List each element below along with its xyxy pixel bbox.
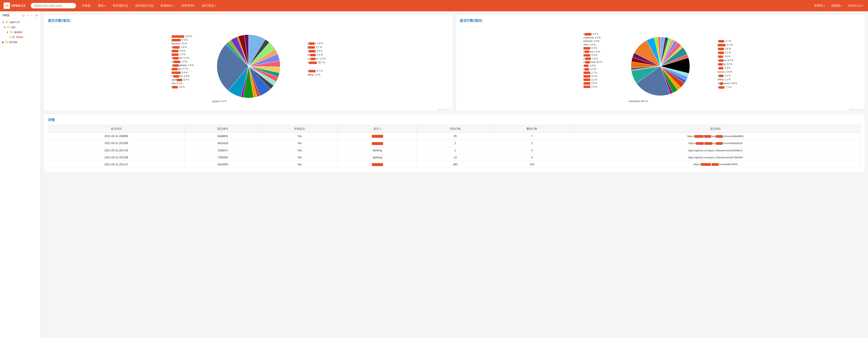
table-row: 2021-05-31.204956 dbd8891 Yes 35 7 https… [48, 133, 861, 140]
cell-valid: Yes [261, 140, 338, 147]
cell-valid: Yes [261, 161, 338, 168]
col-header-time: 提交时间 [48, 125, 185, 133]
pie1-label-bottom: guyuyu: 6.3 % [212, 100, 227, 102]
remove-node-icon[interactable]: − [31, 13, 33, 18]
chevron-down-icon-3: ▾ [194, 4, 195, 7]
nav-cicd[interactable]: 流水线[CI/CD] [134, 3, 155, 9]
sidebar: TREE ⊙ + − ↺ ▼ 📁 open-c3 ▼ 📁 ops ▼ 📁 ops… [0, 11, 41, 338]
header-right: 管理员 ▾ 选择器 ▾ OPEN-C3 ▾ [813, 3, 864, 9]
cell-added: 285 [417, 161, 494, 168]
cell-author: lijinfeng [338, 154, 417, 161]
app-title: OPEN-C3 [11, 4, 25, 7]
pie-chart-1 [215, 32, 282, 100]
chevron-selector-icon: ▾ [841, 4, 842, 7]
pie1-labels-left: : 12.6 % : 0.3 % keystore: 4.6 % b: 2.9 … [172, 35, 194, 89]
folder-icon-private: 📁 [5, 40, 8, 44]
tree-node-label-private: private [9, 40, 18, 44]
search-input[interactable] [31, 3, 76, 8]
chevron-down-icon-4: ▾ [215, 4, 216, 7]
tree-node-label-c3demo: c3_demo [11, 35, 23, 39]
cell-author [338, 161, 417, 168]
nav-business[interactable]: 业务管理 ▾ [180, 3, 196, 9]
col-header-url: 提交地址 [570, 125, 861, 133]
sidebar-toolbar: TREE ⊙ + − ↺ [0, 11, 40, 20]
highcharts-credit-2: Highcharts.com [849, 109, 863, 111]
cell-added: 12 [417, 154, 494, 161]
chart-commits-count: 提交次数(项目) : 12.6 % : 0.3 % keystore: 4.6 … [44, 15, 453, 111]
chevron-down-icon-2: ▾ [173, 4, 174, 7]
cell-author: lijinfeng [338, 147, 417, 154]
cell-url: https:////super/commit/dbd8891 [570, 133, 861, 140]
file-icon-c3demo: ≡ [9, 35, 11, 39]
chart1-title: 提交次数(项目) [48, 19, 449, 23]
nav-history[interactable]: 执行历史 ▾ [201, 3, 217, 9]
cell-valid: Yes [261, 133, 338, 140]
pie2-label-bottom: monreview: 20.9 % [629, 100, 648, 102]
refresh-icon[interactable]: ↺ [35, 13, 38, 18]
logo-icon: C3 [4, 2, 10, 9]
author-redacted-2 [372, 142, 383, 145]
expand-icon-private: ▶ [2, 41, 4, 43]
cell-added: 1 [417, 147, 494, 154]
cell-deleted: 2 [494, 140, 570, 147]
cell-id: 7356304 [185, 154, 261, 161]
nav-co[interactable]: 轻应用[CO] [112, 3, 129, 9]
table-row: 2021-05-31.201959 8420a29 Yes 2 2 https:… [48, 140, 861, 147]
author-redacted [372, 135, 383, 138]
chevron-admin-icon: ▾ [824, 4, 825, 7]
cell-url: https://github.com/open-c3/book/commit/7… [570, 154, 861, 161]
collapse-icon-opsdev: ▼ [6, 31, 9, 33]
chevron-down-icon: ▾ [104, 4, 105, 7]
col-header-deleted: 删除行数 [494, 125, 570, 133]
col-header-id: 提交编号 [185, 125, 261, 133]
chart2-title: 提交行数(项目) [460, 19, 861, 23]
col-header-valid: 有效提交 [261, 125, 338, 133]
nav-dashboard[interactable]: 仪表盘 [81, 3, 92, 9]
cell-id: 8420a29 [185, 140, 261, 147]
search-icon[interactable]: ⊙ [22, 13, 25, 18]
tree-node-c3demo[interactable]: ≡ c3_demo [0, 35, 40, 39]
tree-label: TREE [2, 14, 20, 17]
details-title: 详情 [48, 118, 861, 122]
main-layout: TREE ⊙ + − ↺ ▼ 📁 open-c3 ▼ 📁 ops ▼ 📁 ops… [0, 11, 868, 338]
col-header-added: 添加行数 [417, 125, 494, 133]
cell-author [338, 140, 417, 147]
folder-icon: 📁 [5, 21, 9, 24]
cell-url: https://github.com/open-c3/book/commit/3… [570, 147, 861, 154]
cell-time: 2021-05-31.201147 [48, 161, 185, 168]
tree-node-ops[interactable]: ▼ 📁 ops [0, 25, 40, 30]
chart1-area: : 12.6 % : 0.3 % keystore: 4.6 % b: 2.9 … [48, 26, 449, 107]
chart2-area: h: 2.5 % multicloud: 1.8 % keystone: 1.6… [460, 26, 861, 107]
cell-deleted: 144 [494, 161, 570, 168]
details-section: 详情 提交时间 提交编号 有效提交 提交人 添加行数 删除行数 提交地址 [44, 114, 864, 172]
nav-reports[interactable]: 报告 ▾ [97, 3, 107, 9]
table-row: 2021-05-31.201339 7356304 Yes lijinfeng … [48, 154, 861, 161]
tree-node-label: open-c3 [10, 21, 20, 24]
highcharts-credit-1: Highcharts.com [437, 109, 452, 111]
admin-menu[interactable]: 管理员 ▾ [813, 3, 826, 9]
pie1-labels-right: gu: 1.0 % l: 0.7 % s: 3.3 % ku: 1.6 % mo… [308, 41, 325, 77]
tree-node-open-c3[interactable]: ▼ 📁 open-c3 [0, 20, 40, 25]
tree-node-label-opsdev: opsdev [14, 31, 23, 34]
selector-menu[interactable]: 选择器 ▾ [830, 3, 843, 9]
cell-time: 2021-05-31.201339 [48, 154, 185, 161]
cell-valid: Yes [261, 154, 338, 161]
pie2-labels-left: h: 2.5 % multicloud: 1.8 % keystone: 1.6… [584, 32, 602, 88]
collapse-icon: ▼ [2, 21, 4, 24]
charts-row: 提交次数(项目) : 12.6 % : 0.3 % keystore: 4.6 … [44, 15, 864, 111]
nav-quick-exec[interactable]: 快速执行 ▾ [159, 3, 176, 9]
open-c3-menu[interactable]: OPEN-C3 ▾ [847, 3, 864, 8]
tree-node-private[interactable]: ▶ 📁 private [0, 39, 40, 44]
chart-commits-lines: 提交行数(项目) h: 2.5 % multicloud: 1.8 % keys… [456, 15, 864, 111]
add-node-icon[interactable]: + [27, 13, 29, 18]
commits-table: 提交时间 提交编号 有效提交 提交人 添加行数 删除行数 提交地址 2021-0… [48, 125, 861, 168]
pie2-labels-right: r: 1.7 % : 4.7 % f: 0.6 % l: 1.1 % tl: 9… [718, 39, 737, 89]
cell-added: 35 [417, 133, 494, 140]
tree-node-label-ops: ops [11, 26, 16, 29]
cell-url: https://./commit/8ac8555 [570, 161, 861, 168]
content-area: 提交次数(项目) : 12.6 % : 0.3 % keystore: 4.6 … [41, 11, 868, 338]
cell-deleted: 0 [494, 147, 570, 154]
table-row: 2021-05-31.201743 3298e7c Yes lijinfeng … [48, 147, 861, 154]
tree-node-opsdev[interactable]: ▼ 📁 opsdev [0, 30, 40, 35]
cell-valid: Yes [261, 147, 338, 154]
